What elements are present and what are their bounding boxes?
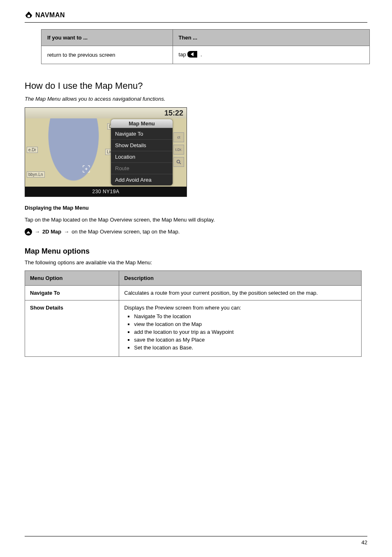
side-icon-search xyxy=(173,157,184,167)
map-address-bar: 230 NY19A xyxy=(25,187,187,196)
map-menu-screenshot: 15:22 Divot. e.Dr Links.Dr. bbyn.Ln G Ma… xyxy=(25,107,187,197)
map-menu-item-location: Location xyxy=(111,151,173,162)
opt-navto-label: Navigate To xyxy=(25,286,119,300)
table-row: Show Details Displays the Preview screen… xyxy=(25,300,362,357)
opt-details-list: Navigate To the location view the locati… xyxy=(134,313,356,351)
main-menu-icon xyxy=(25,228,32,236)
navman-logo-icon xyxy=(25,12,33,19)
list-item: Navigate To the location xyxy=(134,313,356,319)
map-menu-options-table: Menu Option Description Navigate To Calc… xyxy=(25,270,362,357)
table-row: Navigate To Calculates a route from your… xyxy=(25,286,362,300)
nav-arrow-2: → xyxy=(64,229,69,235)
nav-arrow-1: → xyxy=(35,229,40,235)
then-col-header: Then ... xyxy=(173,30,369,46)
nav-step-2dmap: 2D Map xyxy=(42,229,61,235)
crosshair-icon xyxy=(82,164,91,173)
back-icon xyxy=(187,51,197,59)
side-icon-tdr: t.Dr. xyxy=(173,145,184,155)
side-icon-ct: ct xyxy=(173,132,184,142)
page-number: 42 xyxy=(362,539,367,545)
displaying-heading: Displaying the Map Menu xyxy=(25,204,367,212)
map-menu-options-intro: The following options are available via … xyxy=(25,259,367,267)
map-menu-intro: The Map Menu allows you to access naviga… xyxy=(25,95,367,103)
displaying-text: Tap on the Map located on the Map Overvi… xyxy=(25,216,367,224)
map-menu-item-avoid: Add Avoid Area xyxy=(111,174,173,185)
opt-col-desc: Description xyxy=(119,271,362,286)
tap-text-prefix: tap xyxy=(179,51,188,58)
opt-navto-desc: Calculates a route from your current pos… xyxy=(119,286,362,300)
opt-details-desc: Displays the Preview screen from where y… xyxy=(119,300,362,357)
map-time: 15:22 xyxy=(25,108,187,118)
list-item: Set the location as Base. xyxy=(134,344,356,351)
map-menu-item-details: Show Details xyxy=(111,139,173,151)
label-bbyn: bbyn.Ln xyxy=(27,171,45,178)
opt-details-label: Show Details xyxy=(25,300,119,357)
map-menu-popup-title: Map Menu xyxy=(111,119,173,128)
list-item: view the location on the Map xyxy=(134,321,356,327)
map-menu-item-route: Route xyxy=(111,162,173,174)
then-tap-back: tap . xyxy=(173,46,369,64)
brand-logo: NAVMAN xyxy=(25,12,367,19)
want-then-table: If you want to ... Then ... return to th… xyxy=(41,29,370,64)
map-side-icons: ct t.Dr. xyxy=(173,132,186,169)
opt-details-lead: Displays the Preview screen from where y… xyxy=(124,305,241,311)
list-item: add the location to your trip as a Waypo… xyxy=(134,329,356,335)
section-title-map-menu: How do I use the Map Menu? xyxy=(25,81,367,91)
map-menu-options-title: Map Menu options xyxy=(25,247,367,256)
navigation-path: → 2D Map → on the Map Overview screen, t… xyxy=(25,228,367,236)
label-e-dr: e.Dr xyxy=(27,147,38,153)
want-prev-screen: return to the previous screen xyxy=(42,46,173,64)
footer-rule xyxy=(25,536,367,536)
map-menu-popup: Map Menu Navigate To Show Details Locati… xyxy=(111,119,173,185)
brand-name: NAVMAN xyxy=(35,12,65,19)
want-col-header: If you want to ... xyxy=(42,30,173,46)
nav-step-tap-map: on the Map Overview screen, tap on the M… xyxy=(71,229,180,235)
svg-point-0 xyxy=(177,160,180,163)
tap-text-suffix: . xyxy=(201,51,202,58)
list-item: save the location as My Place xyxy=(134,337,356,343)
map-menu-item-nav: Navigate To xyxy=(111,128,173,139)
opt-col-menu: Menu Option xyxy=(25,271,119,286)
